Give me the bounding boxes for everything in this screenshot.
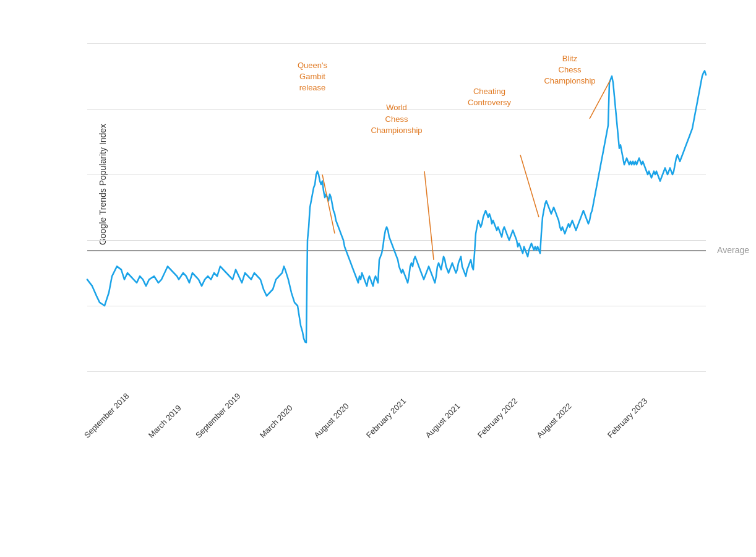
- grid-line-bottom: [87, 371, 706, 372]
- x-label-mar2020: March 2020: [258, 403, 294, 439]
- average-label: Average: [717, 245, 749, 255]
- world-chess-annotation: WorldChessChampionship: [371, 102, 422, 136]
- x-label-feb2021: February 2021: [364, 396, 408, 439]
- chart-area: Average Queen'sGambitrelease WorldChessC…: [87, 43, 706, 371]
- chart-container: Google Trends Popularity Index Average: [38, 25, 718, 532]
- cheating-controversy-line: [520, 155, 539, 217]
- x-label-aug2021: August 2021: [423, 401, 462, 439]
- x-label-aug2020: August 2020: [312, 401, 350, 439]
- x-label-feb2023: February 2023: [606, 396, 649, 439]
- x-label-mar2019: March 2019: [147, 403, 183, 439]
- x-label-sep2019: September 2019: [194, 391, 243, 440]
- cheating-controversy-annotation: CheatingControversy: [468, 86, 511, 108]
- chart-svg: [87, 43, 706, 371]
- x-label-sep2018: September 2018: [82, 391, 131, 440]
- blitz-chess-annotation: BlitzChessChampionship: [544, 53, 595, 87]
- world-chess-line: [424, 171, 434, 260]
- queens-gambit-annotation: Queen'sGambitrelease: [298, 60, 327, 94]
- x-label-feb2022: February 2022: [476, 396, 519, 439]
- x-label-aug2022: August 2022: [535, 401, 573, 439]
